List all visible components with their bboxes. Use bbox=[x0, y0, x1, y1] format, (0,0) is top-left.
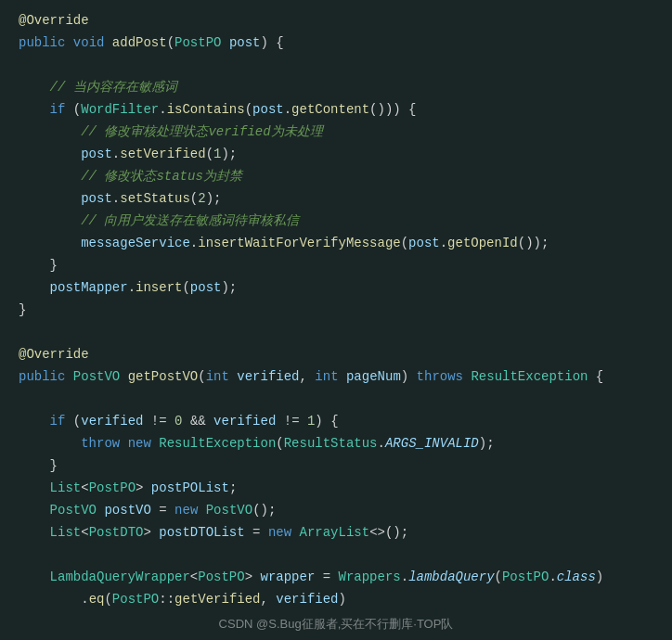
watermark: CSDN @S.Bug征服者,买在不行删库·TOP队 bbox=[0, 616, 672, 633]
code-line-15 bbox=[0, 321, 672, 343]
code-line-16: @Override bbox=[0, 343, 672, 365]
code-line-20: throw new ResultException(ResultStatus.A… bbox=[0, 432, 672, 454]
code-line-24: List<PostDTO> postDTOList = new ArrayLis… bbox=[0, 521, 672, 544]
code-line-1: @Override bbox=[0, 9, 672, 32]
code-editor: @Override public void addPost(PostPO pos… bbox=[0, 0, 672, 640]
code-line-11: messageService.insertWaitForVerifyMessag… bbox=[0, 232, 672, 254]
code-line-10: // 向用户发送存在敏感词待审核私信 bbox=[0, 210, 672, 232]
code-line-5: if (WordFilter.isContains(post.getConten… bbox=[0, 98, 672, 121]
code-line-19: if (verified != 0 && verified != 1) { bbox=[0, 410, 672, 432]
code-line-7: post.setVerified(1); bbox=[0, 143, 672, 165]
code-line-26: LambdaQueryWrapper<PostPO> wrapper = Wra… bbox=[0, 566, 672, 588]
code-line-12: } bbox=[0, 254, 672, 276]
code-line-21: } bbox=[0, 454, 672, 477]
code-line-2: public void addPost(PostPO post) { bbox=[0, 32, 672, 54]
code-line-27: .eq(PostPO::getVerified, verified) bbox=[0, 588, 672, 610]
code-line-8: // 修改状态status为封禁 bbox=[0, 165, 672, 187]
code-line-23: PostVO postVO = new PostVO(); bbox=[0, 499, 672, 521]
code-line-22: List<PostPO> postPOList; bbox=[0, 477, 672, 499]
code-line-9: post.setStatus(2); bbox=[0, 187, 672, 210]
code-line-3 bbox=[0, 54, 672, 76]
code-line-13: postMapper.insert(post); bbox=[0, 276, 672, 299]
code-line-17: public PostVO getPostVO(int verified, in… bbox=[0, 365, 672, 388]
code-line-14: } bbox=[0, 299, 672, 321]
code-line-25 bbox=[0, 544, 672, 566]
code-line-4: // 当内容存在敏感词 bbox=[0, 76, 672, 98]
code-line-18 bbox=[0, 388, 672, 410]
code-line-6: // 修改审核处理状态verified为未处理 bbox=[0, 121, 672, 143]
